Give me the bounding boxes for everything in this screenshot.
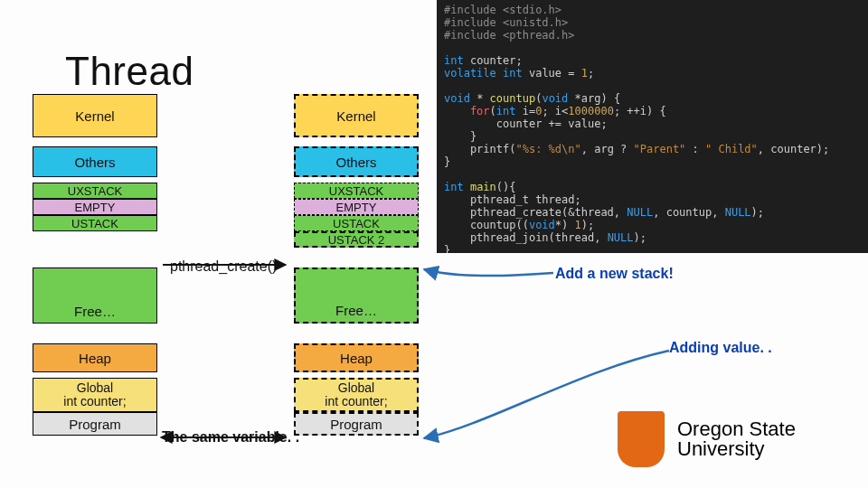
seg-ustack: USTACK (294, 215, 419, 231)
seg-uxstack: UXSTACK (294, 183, 419, 199)
seg-global: Global int counter; (33, 378, 157, 412)
osu-shield-icon (618, 411, 665, 467)
seg-heap: Heap (33, 343, 157, 372)
seg-heap: Heap (294, 343, 419, 372)
seg-program: Program (294, 412, 419, 436)
seg-global-l1: Global (338, 381, 374, 395)
seg-empty: EMPTY (294, 199, 419, 215)
seg-ustack2: USTACK 2 (294, 231, 419, 248)
seg-uxstack: UXSTACK (33, 183, 157, 199)
seg-free: Free… (33, 267, 157, 324)
osu-logo: Oregon State University (618, 407, 839, 472)
memory-stack-right: Kernel Others UXSTACK EMPTY USTACK USTAC… (294, 94, 419, 436)
label-adding-value: Adding value. . (669, 340, 772, 356)
label-same-variable: The same variable. . (162, 429, 299, 446)
memory-stack-left: Kernel Others UXSTACK EMPTY USTACK Free…… (33, 94, 157, 436)
seg-global-l2: int counter; (325, 395, 387, 408)
label-pthread-create: pthread_create() (170, 258, 277, 275)
seg-others: Others (294, 146, 419, 177)
label-add-new-stack: Add a new stack! (555, 266, 674, 282)
seg-global-l2: int counter; (63, 395, 126, 408)
seg-global-l1: Global (77, 381, 113, 395)
seg-empty: EMPTY (33, 199, 157, 215)
osu-text: Oregon State University (677, 419, 796, 459)
osu-text-line2: University (677, 439, 796, 459)
seg-others: Others (33, 146, 157, 177)
seg-free: Free… (294, 267, 419, 324)
seg-program: Program (33, 412, 157, 436)
seg-global: Global int counter; (294, 378, 419, 412)
slide-title: Thread (65, 49, 193, 94)
seg-ustack: USTACK (33, 215, 157, 231)
osu-text-line1: Oregon State (677, 419, 796, 439)
seg-kernel: Kernel (294, 94, 419, 137)
seg-kernel: Kernel (33, 94, 157, 137)
code-snippet: #include <stdio.h> #include <unistd.h> #… (437, 0, 868, 253)
